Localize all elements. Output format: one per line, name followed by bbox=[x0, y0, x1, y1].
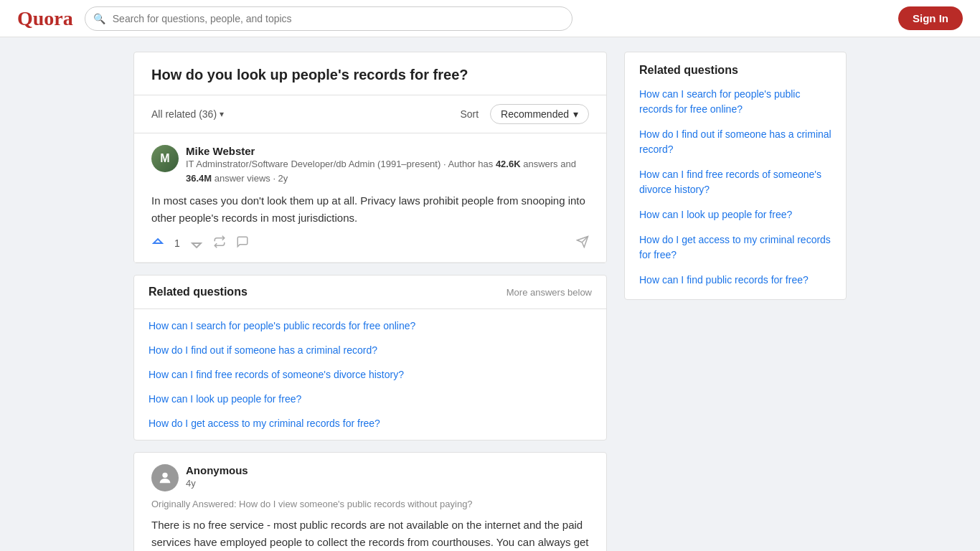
sort-label: Sort bbox=[460, 108, 479, 120]
author-meta-middle: answers and bbox=[521, 159, 576, 169]
upvote-button[interactable] bbox=[151, 237, 164, 250]
anon-icon bbox=[157, 470, 173, 486]
answer-text-2: There is no free service - most public r… bbox=[151, 517, 589, 551]
related-inset-link-2[interactable]: How can I find free records of someone's… bbox=[134, 362, 606, 387]
author-meta-prefix: IT Adminstrator/Software Developer/db Ad… bbox=[186, 159, 496, 169]
sidebar-link-5[interactable]: How can I find public records for free? bbox=[639, 273, 831, 288]
related-inset-title: Related questions bbox=[149, 286, 248, 298]
chevron-down-icon: ▾ bbox=[573, 108, 578, 120]
page-wrapper: How do you look up people's records for … bbox=[0, 0, 980, 551]
downvote-button[interactable] bbox=[190, 237, 203, 250]
main-content: How do you look up people's records for … bbox=[133, 52, 607, 551]
sidebar-link-3[interactable]: How can I look up people for free? bbox=[639, 207, 831, 222]
author-answer-count: 42.6K bbox=[496, 159, 521, 169]
author-meta-1: IT Adminstrator/Software Developer/db Ad… bbox=[186, 157, 589, 185]
related-inset-links: How can I search for people's public rec… bbox=[134, 309, 606, 440]
related-inset-link-0[interactable]: How can I search for people's public rec… bbox=[134, 314, 606, 338]
header-right: Sign In bbox=[898, 6, 963, 30]
share-icon bbox=[576, 235, 589, 248]
avatar-mike: M bbox=[151, 145, 179, 172]
repost-button[interactable] bbox=[213, 235, 226, 250]
sidebar-link-0[interactable]: How can I search for people's public rec… bbox=[639, 87, 831, 117]
search-bar-container: 🔍 bbox=[85, 6, 573, 31]
answer-text-1: In most cases you don't look them up at … bbox=[151, 192, 589, 227]
author-name-2: Anonymous bbox=[186, 464, 589, 476]
sidebar-link-4[interactable]: How do I get access to my criminal recor… bbox=[639, 232, 831, 263]
answer-author-2: Anonymous 4y bbox=[151, 464, 589, 491]
vote-bar-1: 1 bbox=[151, 235, 589, 250]
share-button[interactable] bbox=[576, 235, 589, 250]
related-inset-link-4[interactable]: How do I get access to my criminal recor… bbox=[134, 411, 606, 435]
svg-point-2 bbox=[162, 473, 167, 478]
second-answer-card: Anonymous 4y Originally Answered: How do… bbox=[133, 452, 607, 551]
comment-button[interactable] bbox=[236, 235, 249, 250]
question-title: How do you look up people's records for … bbox=[134, 52, 606, 95]
quora-logo[interactable]: Quora bbox=[17, 7, 73, 30]
chevron-down-icon: ▾ bbox=[220, 109, 224, 119]
author-meta-suffix: answer views · 2y bbox=[212, 173, 288, 184]
sidebar-link-2[interactable]: How can I find free records of someone's… bbox=[639, 167, 831, 197]
more-answers-label: More answers below bbox=[507, 287, 592, 298]
author-info-1: Mike Webster IT Adminstrator/Software De… bbox=[186, 145, 589, 185]
originally-answered: Originally Answered: How do I view someo… bbox=[151, 499, 589, 509]
avatar-anon bbox=[151, 464, 179, 491]
header: Quora 🔍 Sign In bbox=[0, 0, 980, 37]
related-inset-header: Related questions More answers below bbox=[134, 276, 606, 309]
all-related-label: All related (36) bbox=[151, 108, 217, 120]
search-input[interactable] bbox=[85, 6, 573, 31]
upvote-icon bbox=[151, 237, 164, 250]
sidebar-card: Related questions How can I search for p… bbox=[624, 52, 847, 300]
sidebar-link-1[interactable]: How do I find out if someone has a crimi… bbox=[639, 127, 831, 157]
filter-bar: All related (36) ▾ Sort Recommended ▾ bbox=[134, 95, 606, 133]
downvote-icon bbox=[190, 237, 203, 250]
repost-icon bbox=[213, 235, 226, 248]
related-inset-link-1[interactable]: How do I find out if someone has a crimi… bbox=[134, 338, 606, 362]
sort-dropdown[interactable]: Recommended ▾ bbox=[490, 104, 589, 124]
question-card: How do you look up people's records for … bbox=[133, 52, 607, 263]
author-time-2: 4y bbox=[186, 476, 589, 491]
related-inset-card: Related questions More answers below How… bbox=[133, 275, 607, 441]
search-icon: 🔍 bbox=[93, 13, 105, 24]
all-related-filter[interactable]: All related (36) ▾ bbox=[151, 108, 224, 120]
sign-in-button[interactable]: Sign In bbox=[898, 6, 963, 30]
upvote-count: 1 bbox=[174, 237, 180, 249]
answer-block-2: Anonymous 4y Originally Answered: How do… bbox=[134, 453, 606, 551]
answer-block-1: M Mike Webster IT Adminstrator/Software … bbox=[134, 133, 606, 263]
author-name-1[interactable]: Mike Webster bbox=[186, 145, 589, 157]
sort-value: Recommended bbox=[501, 108, 569, 120]
sidebar-title: Related questions bbox=[639, 64, 831, 77]
answer-author-1: M Mike Webster IT Adminstrator/Software … bbox=[151, 145, 589, 185]
comment-icon bbox=[236, 235, 249, 248]
author-view-count: 36.4M bbox=[186, 173, 212, 184]
sidebar: Related questions How can I search for p… bbox=[624, 52, 847, 551]
related-inset-link-3[interactable]: How can I look up people for free? bbox=[134, 387, 606, 411]
author-info-2: Anonymous 4y bbox=[186, 464, 589, 491]
